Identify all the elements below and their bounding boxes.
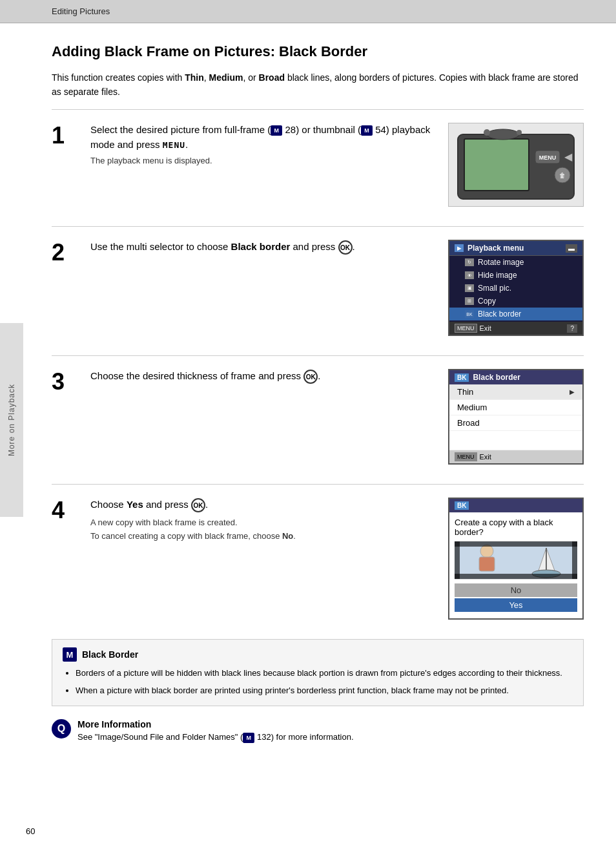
camera-svg: MENU ◀ 🗑: [451, 125, 580, 205]
confirm-body: Create a copy with a black border?: [449, 512, 582, 618]
menu-item-copy: ⊞ Copy: [449, 295, 582, 308]
menu-item-rotate-label: Rotate image: [478, 258, 524, 267]
menu-word: MENU: [163, 140, 185, 150]
svg-rect-18: [455, 541, 460, 579]
bb-icon: BK: [455, 373, 469, 382]
step-2: 2 Use the multi selector to choose Black…: [52, 240, 584, 336]
bb-thin-label: Thin: [457, 387, 473, 397]
step-4-bold: Yes: [127, 499, 143, 510]
menu-exit-btn: MENU: [455, 324, 477, 333]
svg-text:🗑: 🗑: [559, 172, 566, 179]
bb-menu-screen: BK Black border Thin Medium Broad MENU E…: [448, 369, 584, 465]
intro-paragraph: This function creates copies with Thin, …: [52, 70, 584, 110]
step-2-bold: Black border: [231, 241, 291, 252]
more-info-title: More Information: [77, 719, 354, 729]
confirm-options: No Yes: [455, 583, 577, 613]
menu-item-small-label: Small pic.: [478, 284, 511, 293]
ok-button-4: OK: [191, 498, 205, 512]
header-label: Editing Pictures: [52, 6, 110, 16]
step-4-number: 4: [52, 499, 77, 522]
bb-menu-spacer: [449, 431, 582, 450]
step-3-content: Choose the desired thickness of frame an…: [90, 369, 435, 388]
ok-button-3: OK: [303, 370, 318, 384]
svg-rect-16: [455, 541, 577, 547]
svg-rect-17: [455, 574, 577, 579]
step-3: 3 Choose the desired thickness of frame …: [52, 369, 584, 465]
step-2-divider: [52, 355, 584, 356]
rotate-icon: ↻: [465, 258, 474, 266]
step-1-image: MENU ◀ 🗑: [448, 123, 584, 207]
step-2-content: Use the multi selector to choose Black b…: [90, 240, 435, 258]
intro-text-mid2: , or: [243, 72, 258, 83]
note-title-text: Black Border: [82, 649, 138, 660]
menu-exit-label: Exit: [480, 324, 491, 332]
more-info-box: Q More Information See "Image/Sound File…: [52, 719, 584, 743]
header-bar: Editing Pictures: [0, 0, 616, 23]
svg-text:◀: ◀: [564, 151, 573, 162]
confirm-prompt: Create a copy with a black border?: [455, 518, 577, 537]
camera-illustration: MENU ◀ 🗑: [448, 123, 584, 207]
svg-point-9: [517, 130, 522, 135]
step-2-text: Use the multi selector to choose Black b…: [90, 240, 435, 255]
page-title: Adding Black Frame on Pictures: Black Bo…: [52, 43, 584, 61]
menu-item-small: ▣ Small pic.: [449, 282, 582, 295]
help-icon: ?: [567, 324, 577, 333]
ok-button-2: OK: [338, 240, 353, 255]
step-1-divider: [52, 226, 584, 227]
bb-menu-thin: Thin: [449, 384, 582, 400]
svg-rect-1: [464, 139, 529, 191]
intro-bold2: Medium: [209, 72, 243, 83]
step-1-note: The playback menu is displayed.: [90, 156, 435, 165]
step-4: 4 Choose Yes and press OK. A new copy wi…: [52, 498, 584, 620]
confirm-bk-icon: BK: [455, 501, 469, 510]
playback-menu-header: ▶ Playback menu ▬: [449, 241, 582, 256]
confirm-image-area: [455, 541, 577, 580]
more-info-content: More Information See "Image/Sound File a…: [77, 719, 354, 743]
note-list: Borders of a picture will be hidden with…: [63, 667, 573, 698]
bb-medium-label: Medium: [457, 403, 487, 412]
no-bold: No: [282, 531, 293, 541]
more-info-ref-icon: M: [243, 733, 254, 743]
intro-bold3: Broad: [259, 72, 285, 83]
note-bullet-1: Borders of a picture will be hidden with…: [76, 667, 573, 680]
intro-bold1: Thin: [185, 72, 204, 83]
more-info-icon: Q: [52, 719, 71, 739]
playback-menu-screen: ▶ Playback menu ▬ ↻ Rotate image 👁 Hide …: [448, 240, 584, 336]
step-1: 1 Select the desired picture from full-f…: [52, 123, 584, 207]
note-bullet-2: When a picture with black border are pri…: [76, 684, 573, 698]
bb-menu-broad: Broad: [449, 415, 582, 431]
copy-icon: ⊞: [465, 297, 474, 305]
svg-point-8: [484, 129, 490, 136]
step-3-image: BK Black border Thin Medium Broad MENU E…: [448, 369, 584, 465]
bb-broad-label: Broad: [457, 418, 480, 428]
svg-text:MENU: MENU: [539, 154, 557, 161]
menu-item-hide-label: Hide image: [478, 271, 517, 280]
note-icon: M: [63, 647, 77, 662]
bb-menu-header: BK Black border: [449, 370, 582, 384]
svg-point-7: [487, 129, 519, 140]
page-number: 60: [26, 826, 35, 836]
svg-rect-12: [479, 557, 495, 571]
menu-item-copy-label: Copy: [478, 297, 496, 306]
step-3-divider: [52, 484, 584, 485]
playback-icon: ▶: [455, 244, 464, 252]
menu-item-hide: 👁 Hide image: [449, 269, 582, 282]
bb-menu-medium: Medium: [449, 400, 582, 415]
bb-menu-exit-btn: MENU: [455, 452, 477, 461]
step-4-content: Choose Yes and press OK. A new copy with…: [90, 498, 435, 541]
menu-item-blackborder-label: Black border: [478, 309, 521, 319]
bb-menu-title: Black border: [473, 373, 520, 382]
step-1-content: Select the desired picture from full-fra…: [90, 123, 435, 165]
note-box: M Black Border Borders of a picture will…: [52, 639, 584, 706]
menu-item-rotate: ↻ Rotate image: [449, 256, 582, 269]
confirm-illustration: [455, 541, 577, 579]
small-pic-icon: ▣: [465, 284, 474, 292]
menu-item-blackborder: BK Black border: [449, 308, 582, 320]
blackborder-icon: BK: [465, 310, 474, 318]
bb-menu-footer: MENU Exit: [449, 450, 582, 463]
sidebar: More on Playback: [0, 323, 23, 517]
bb-menu-exit-label: Exit: [480, 453, 491, 461]
ref-icon-2: M: [361, 125, 373, 136]
confirm-yes: Yes: [455, 598, 577, 612]
step-2-image: ▶ Playback menu ▬ ↻ Rotate image 👁 Hide …: [448, 240, 584, 336]
